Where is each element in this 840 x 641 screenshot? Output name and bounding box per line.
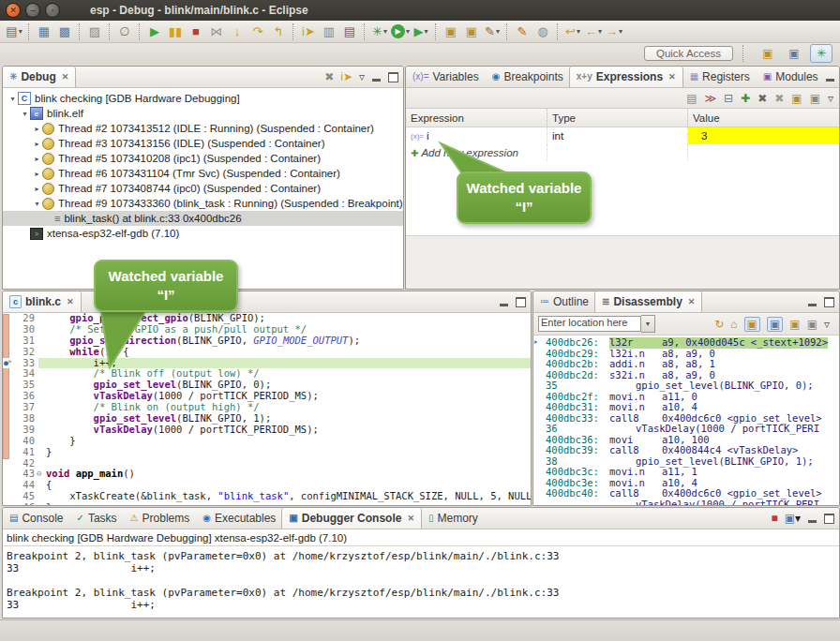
minimize-icon[interactable]	[807, 298, 818, 306]
type-cell[interactable]: int	[548, 127, 688, 144]
instruction-stepping-icon[interactable]: i➤	[340, 71, 352, 82]
remove-all-expressions-icon[interactable]: ✖	[774, 93, 784, 104]
collapse-all-icon[interactable]: ⊟	[724, 93, 733, 104]
pin-view-icon[interactable]: ▣	[807, 319, 818, 330]
view-menu-icon[interactable]: ▿	[824, 319, 830, 330]
tree-expander-icon[interactable]: ▸	[32, 185, 42, 193]
tree-expander-icon[interactable]: ▸	[32, 125, 42, 133]
tab-variables[interactable]: (x)=Variables	[406, 67, 486, 87]
resume-button[interactable]: ▶	[145, 22, 164, 41]
new-view-icon[interactable]: ▣	[789, 319, 800, 330]
tab-disassembly[interactable]: ≣Disassembly✕	[594, 291, 702, 312]
debug-button[interactable]: ✳▾	[370, 22, 389, 41]
maximize-icon[interactable]	[824, 514, 834, 524]
tree-expander-icon[interactable]: ▾	[20, 110, 30, 118]
build-button[interactable]: ▨	[85, 22, 104, 41]
terminate-console-icon[interactable]: ■	[771, 513, 777, 524]
forward-button[interactable]: →▾	[605, 22, 623, 41]
debug-tree-item[interactable]: ▸Thread #5 1073410208 (ipc1) (Suspended …	[3, 151, 403, 166]
tab-outline[interactable]: ≔Outline	[533, 291, 595, 312]
debug-tree-item[interactable]: ▸Thread #2 1073413512 (IDLE : Running) (…	[3, 121, 403, 136]
location-dropdown-icon[interactable]: ▼	[641, 315, 655, 333]
column-type[interactable]: Type	[548, 109, 688, 127]
disconnect-button[interactable]: ⋈	[207, 22, 226, 41]
tab-debug[interactable]: ✳ Debug ✕	[2, 67, 76, 87]
dropdown-arrow-icon[interactable]: ▾	[795, 513, 801, 524]
tree-expander-icon[interactable]: ▸	[32, 155, 42, 163]
debug-tree-item[interactable]: ▾Thread #9 1073433360 (blink_task : Runn…	[3, 196, 403, 211]
debug-perspective-button[interactable]: ✳	[810, 44, 832, 63]
close-icon[interactable]: ✕	[67, 297, 74, 306]
close-icon[interactable]: ✕	[668, 72, 676, 82]
step-into-button[interactable]: ↓	[228, 22, 247, 41]
tab-console[interactable]: ▤Console	[3, 508, 69, 529]
new-wizard-button[interactable]: ▤▾	[5, 22, 23, 41]
show-type-names-icon[interactable]: ▤	[686, 93, 697, 104]
dropdown-arrow-icon[interactable]: ▾	[425, 28, 428, 36]
open-perspective-button[interactable]: ▣	[758, 45, 778, 62]
disassembly-line[interactable]: vTaskDelay(1000 / portTICK PERI	[533, 499, 839, 506]
remove-all-terminated-icon[interactable]: ✖	[324, 71, 334, 82]
toggle-mark-occurrences-button[interactable]: ✎	[513, 22, 532, 41]
column-value[interactable]: Value	[688, 109, 839, 127]
dropdown-arrow-icon[interactable]: ▾	[598, 28, 602, 36]
maximize-icon[interactable]	[824, 297, 834, 307]
open-element-button[interactable]: ▣	[462, 22, 481, 41]
show-source-toggle[interactable]: ▣	[744, 317, 760, 332]
close-icon[interactable]: ✕	[407, 514, 414, 523]
tree-expander-icon[interactable]: ▸	[32, 170, 42, 178]
code-editor[interactable]: 29 gpio_pad_select_gpio(BLINK_GPIO);30 /…	[3, 313, 531, 505]
search-button[interactable]: ✎▾	[483, 22, 502, 41]
new-view-icon[interactable]: ▣	[791, 93, 802, 104]
code-line-43[interactable]: 43⊖void app_main()	[3, 469, 531, 480]
disassembly-line[interactable]: 400dbc39:call80x400844c4 <vTaskDelay>	[533, 445, 839, 456]
home-icon[interactable]: ⌂	[730, 319, 737, 330]
location-input[interactable]: Enter location here	[538, 316, 641, 332]
maximize-icon[interactable]	[516, 297, 526, 307]
quick-access-button[interactable]: Quick Access	[644, 46, 733, 61]
step-return-button[interactable]: ↰	[269, 22, 288, 41]
value-cell[interactable]: 3	[688, 127, 839, 144]
debug-tree-item[interactable]: ▾Cblink checking [GDB Hardware Debugging…	[3, 91, 403, 106]
external-tools-button[interactable]: ▶▾	[412, 22, 430, 41]
open-type-button[interactable]: ◍	[533, 22, 552, 41]
tab-expressions[interactable]: x+yExpressions✕	[569, 67, 683, 87]
close-icon[interactable]: ✕	[62, 72, 69, 82]
code-line-39[interactable]: 39 vTaskDelay(1000 / portTICK_PERIOD_MS)…	[3, 425, 531, 436]
tree-expander-icon[interactable]: ▾	[8, 95, 18, 103]
console-output[interactable]: Breakpoint 2, blink_task (pvParameter=0x…	[3, 546, 839, 618]
minimize-icon[interactable]	[825, 73, 835, 82]
run-button[interactable]: ▶▾	[391, 22, 410, 41]
save-all-button[interactable]: ▩	[55, 22, 74, 41]
add-expression-icon[interactable]: ✚	[741, 93, 750, 104]
tab-debugger-console[interactable]: ▣Debugger Console✕	[281, 508, 422, 529]
tab-breakpoints[interactable]: ◉Breakpoints	[486, 67, 570, 87]
tab-memory[interactable]: ▯Memory	[422, 508, 485, 529]
debug-tree-item[interactable]: ▸Thread #7 1073408744 (ipc0) (Suspended …	[3, 181, 403, 196]
tab-executables[interactable]: ◉Executables	[196, 508, 282, 529]
window-minimize-button[interactable]: –	[25, 3, 40, 18]
dropdown-arrow-icon[interactable]: ▾	[577, 28, 580, 36]
disassembly-line[interactable]: 400dbc40:call80x400dc6c0 <gpio_set_level…	[533, 488, 839, 499]
view-menu-icon[interactable]: ▿	[828, 93, 833, 104]
save-button[interactable]: ▦	[35, 22, 53, 41]
tab-registers[interactable]: ▦Registers	[683, 67, 757, 87]
debug-tree-item[interactable]: >xtensa-esp32-elf-gdb (7.10)	[3, 226, 403, 241]
tab-blink-c[interactable]: c blink.c ✕	[2, 291, 82, 312]
debug-tree-item[interactable]: ▸Thread #6 1073431104 (Tmr Svc) (Suspend…	[3, 166, 403, 181]
suspend-button[interactable]: ▮▮	[166, 22, 185, 41]
maximize-icon[interactable]	[388, 72, 398, 82]
dropdown-arrow-icon[interactable]: ▾	[496, 28, 500, 36]
sync-selection-toggle[interactable]: ▣	[767, 317, 783, 332]
debug-trace-button[interactable]: ▤	[340, 22, 359, 41]
pin-view-icon[interactable]: ▣	[810, 93, 820, 104]
cpp-perspective-button[interactable]: ▣	[784, 45, 804, 62]
dropdown-arrow-icon[interactable]: ▾	[383, 28, 387, 36]
minimize-icon[interactable]	[371, 73, 382, 82]
back-button[interactable]: ←▾	[584, 22, 603, 41]
terminate-button[interactable]: ■	[187, 22, 205, 41]
dropdown-arrow-icon[interactable]: ▾	[19, 28, 22, 36]
code-line-41[interactable]: 41}	[3, 447, 531, 458]
use-step-filters-button[interactable]: ▥	[320, 22, 338, 41]
skip-all-breakpoints-button[interactable]: ∅	[115, 22, 134, 41]
